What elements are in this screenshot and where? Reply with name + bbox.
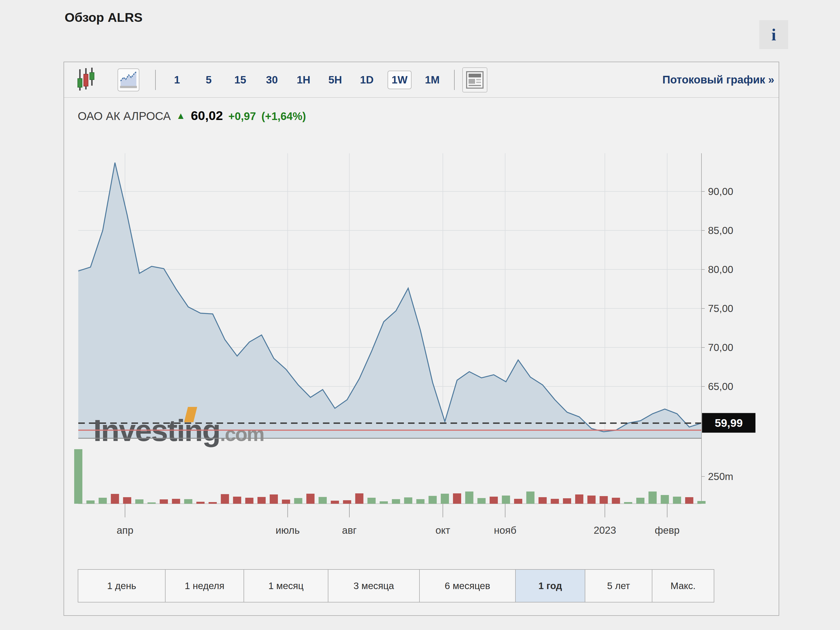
last-price-tag-label: 59,99: [715, 417, 743, 429]
volume-bar: [148, 502, 156, 504]
timeframe-button-5[interactable]: 5: [198, 71, 219, 88]
timeframe-button-5H[interactable]: 5H: [324, 71, 346, 88]
chart-canvas[interactable]: Investing.com90,0085,0080,0075,0070,0065…: [65, 145, 779, 550]
volume-bar: [87, 501, 95, 504]
x-axis-label: апр: [117, 525, 133, 536]
toolbar-divider-2: [454, 70, 455, 90]
y-axis-label: 85,00: [708, 225, 733, 236]
volume-bar: [428, 496, 437, 504]
volume-bar: [257, 497, 266, 504]
volume-bar: [74, 449, 82, 504]
volume-bar: [624, 502, 632, 504]
candlestick-chart-icon[interactable]: [77, 68, 95, 92]
range-button-7[interactable]: 5 лет: [585, 569, 652, 602]
volume-bar: [172, 499, 180, 504]
instrument-name: ОАО АК АЛРОСА: [78, 110, 171, 123]
x-axis-label: 2023: [594, 525, 616, 536]
volume-bar: [270, 494, 278, 504]
timeframe-button-1M[interactable]: 1M: [422, 71, 443, 88]
timeframe-button-15[interactable]: 15: [229, 71, 251, 88]
range-button-6[interactable]: 1 год: [515, 569, 585, 602]
volume-bar: [514, 499, 522, 504]
volume-bar: [233, 497, 241, 504]
news-layout-icon: [466, 71, 483, 88]
volume-bar: [135, 499, 144, 504]
range-button-8[interactable]: Макс.: [652, 569, 714, 602]
news-view-button[interactable]: [462, 67, 487, 92]
volume-bar: [245, 498, 253, 504]
range-button-5[interactable]: 6 месяцев: [419, 569, 516, 602]
stock-overview-widget: Обзор ALRS i 1515301H5H1D1W1M: [0, 0, 840, 630]
timeframe-list: 1515301H5H1D1W1M: [166, 71, 443, 89]
chart-toolbar: 1515301H5H1D1W1M Потоковый график »: [64, 62, 778, 98]
page-title: Обзор ALRS: [65, 10, 143, 25]
chart-panel: 1515301H5H1D1W1M Потоковый график » ОАО …: [63, 62, 779, 616]
timeframe-button-1D[interactable]: 1D: [356, 71, 378, 88]
timeframe-button-1H[interactable]: 1H: [293, 71, 314, 88]
area-chart-icon: [119, 70, 138, 90]
volume-bar: [319, 497, 327, 504]
volume-bar: [380, 501, 388, 504]
y-axis-label: 70,00: [708, 342, 733, 353]
volume-bar: [636, 498, 644, 504]
quote-row: ОАО АК АЛРОСА ▲ 60,02 +0,97 (+1,64%): [78, 108, 306, 123]
timeframe-button-30[interactable]: 30: [261, 71, 283, 88]
volume-bar: [538, 497, 547, 504]
streaming-chart-link[interactable]: Потоковый график »: [662, 74, 774, 86]
range-button-row: 1 день1 неделя1 месяц3 месяца6 месяцев1 …: [78, 569, 714, 602]
volume-bar: [331, 501, 339, 504]
volume-bar: [196, 502, 205, 504]
toolbar-divider: [155, 70, 156, 90]
volume-bar: [673, 497, 681, 504]
y-axis-label: 90,00: [708, 186, 733, 197]
price-area-fill: [78, 163, 701, 438]
price-chart-svg[interactable]: Investing.com90,0085,0080,0075,0070,0065…: [65, 145, 779, 549]
volume-bar: [160, 499, 168, 504]
range-button-2[interactable]: 1 неделя: [165, 569, 244, 602]
last-price: 60,02: [191, 108, 223, 123]
volume-bar: [111, 494, 119, 504]
volume-axis-label: 250m: [708, 471, 733, 482]
up-arrow-icon: ▲: [176, 111, 185, 121]
volume-bar: [612, 498, 620, 504]
volume-bar: [465, 491, 474, 504]
volume-bar: [453, 493, 461, 504]
volume-bar: [551, 499, 559, 504]
price-change: +0,97: [228, 110, 256, 122]
volume-bar: [99, 498, 107, 504]
volume-bar: [208, 502, 217, 504]
volume-bar: [478, 498, 486, 504]
volume-bar: [661, 495, 669, 504]
volume-bar: [123, 497, 131, 504]
timeframe-button-1W[interactable]: 1W: [388, 71, 412, 89]
volume-bar: [221, 494, 229, 504]
volume-bar: [343, 500, 351, 504]
volume-bar: [502, 496, 510, 504]
volume-bar: [441, 494, 449, 504]
volume-bar: [575, 494, 583, 504]
x-axis-label: февр: [655, 525, 680, 536]
y-axis-label: 80,00: [708, 264, 733, 275]
volume-bar: [306, 494, 314, 504]
volume-bar: [392, 499, 400, 504]
x-axis-label: нояб: [494, 525, 516, 536]
volume-bar: [294, 498, 302, 504]
volume-bar: [417, 499, 425, 504]
volume-bar: [697, 501, 706, 504]
area-chart-type-button[interactable]: [118, 68, 139, 92]
y-axis-label: 65,00: [708, 381, 733, 392]
volume-bar: [587, 496, 596, 504]
volume-bar: [404, 497, 412, 504]
price-change-percent: (+1,64%): [262, 110, 306, 122]
y-axis-label: 75,00: [708, 303, 733, 314]
range-button-3[interactable]: 1 месяц: [243, 569, 328, 602]
timeframe-button-1[interactable]: 1: [166, 71, 188, 88]
volume-bar: [563, 498, 571, 504]
range-button-1[interactable]: 1 день: [78, 569, 166, 602]
volume-bar: [685, 497, 693, 504]
volume-bar: [489, 497, 498, 504]
volume-bar: [184, 499, 192, 504]
info-button[interactable]: i: [759, 20, 788, 49]
range-button-4[interactable]: 3 месяца: [328, 569, 420, 602]
x-axis-label: окт: [436, 525, 450, 536]
